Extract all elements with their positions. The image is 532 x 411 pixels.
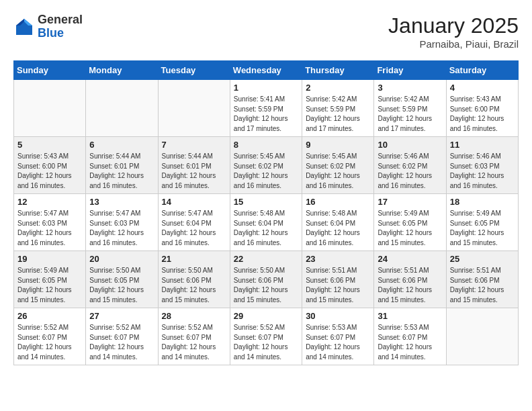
day-number: 4 bbox=[450, 83, 515, 93]
day-info: Sunrise: 5:43 AM Sunset: 6:00 PM Dayligh… bbox=[17, 152, 82, 191]
day-info: Sunrise: 5:53 AM Sunset: 6:07 PM Dayligh… bbox=[378, 323, 442, 362]
calendar-cell: 26Sunrise: 5:52 AM Sunset: 6:07 PM Dayli… bbox=[14, 308, 86, 365]
calendar-cell bbox=[446, 308, 518, 365]
day-info: Sunrise: 5:52 AM Sunset: 6:07 PM Dayligh… bbox=[234, 323, 298, 362]
day-number: 22 bbox=[234, 254, 298, 264]
day-info: Sunrise: 5:45 AM Sunset: 6:02 PM Dayligh… bbox=[306, 152, 370, 191]
day-info: Sunrise: 5:42 AM Sunset: 5:59 PM Dayligh… bbox=[306, 95, 370, 134]
day-number: 25 bbox=[450, 254, 515, 264]
calendar-cell: 13Sunrise: 5:47 AM Sunset: 6:03 PM Dayli… bbox=[86, 194, 158, 251]
calendar-cell bbox=[14, 80, 86, 137]
day-info: Sunrise: 5:50 AM Sunset: 6:05 PM Dayligh… bbox=[89, 266, 154, 305]
day-info: Sunrise: 5:50 AM Sunset: 6:06 PM Dayligh… bbox=[234, 266, 298, 305]
weekday-header-monday: Monday bbox=[86, 61, 158, 80]
calendar-cell: 19Sunrise: 5:49 AM Sunset: 6:05 PM Dayli… bbox=[14, 251, 86, 308]
week-row-3: 19Sunrise: 5:49 AM Sunset: 6:05 PM Dayli… bbox=[14, 251, 519, 308]
calendar-cell: 6Sunrise: 5:44 AM Sunset: 6:01 PM Daylig… bbox=[86, 137, 158, 194]
calendar-cell: 9Sunrise: 5:45 AM Sunset: 6:02 PM Daylig… bbox=[302, 137, 374, 194]
day-info: Sunrise: 5:50 AM Sunset: 6:06 PM Dayligh… bbox=[162, 266, 226, 305]
calendar-cell: 28Sunrise: 5:52 AM Sunset: 6:07 PM Dayli… bbox=[158, 308, 230, 365]
calendar-cell: 4Sunrise: 5:43 AM Sunset: 6:00 PM Daylig… bbox=[446, 80, 518, 137]
calendar-cell: 21Sunrise: 5:50 AM Sunset: 6:06 PM Dayli… bbox=[158, 251, 230, 308]
day-info: Sunrise: 5:48 AM Sunset: 6:04 PM Dayligh… bbox=[234, 209, 298, 248]
weekday-row: SundayMondayTuesdayWednesdayThursdayFrid… bbox=[14, 61, 519, 80]
calendar-cell: 29Sunrise: 5:52 AM Sunset: 6:07 PM Dayli… bbox=[230, 308, 302, 365]
calendar-cell: 8Sunrise: 5:45 AM Sunset: 6:02 PM Daylig… bbox=[230, 137, 302, 194]
day-number: 6 bbox=[89, 140, 154, 150]
calendar-cell: 17Sunrise: 5:49 AM Sunset: 6:05 PM Dayli… bbox=[374, 194, 446, 251]
day-info: Sunrise: 5:46 AM Sunset: 6:03 PM Dayligh… bbox=[450, 152, 515, 191]
day-info: Sunrise: 5:47 AM Sunset: 6:04 PM Dayligh… bbox=[162, 209, 226, 248]
week-row-1: 5Sunrise: 5:43 AM Sunset: 6:00 PM Daylig… bbox=[14, 137, 519, 194]
location: Parnaiba, Piaui, Brazil bbox=[388, 38, 519, 50]
calendar-cell: 27Sunrise: 5:52 AM Sunset: 6:07 PM Dayli… bbox=[86, 308, 158, 365]
day-number: 26 bbox=[17, 311, 82, 321]
logo: General Blue bbox=[13, 13, 83, 40]
day-info: Sunrise: 5:43 AM Sunset: 6:00 PM Dayligh… bbox=[450, 95, 515, 134]
weekday-header-wednesday: Wednesday bbox=[230, 61, 302, 80]
logo-blue: Blue bbox=[38, 27, 83, 40]
day-number: 5 bbox=[17, 140, 82, 150]
day-info: Sunrise: 5:49 AM Sunset: 6:05 PM Dayligh… bbox=[17, 266, 82, 305]
page-header: General Blue January 2025 Parnaiba, Piau… bbox=[13, 13, 519, 50]
day-info: Sunrise: 5:52 AM Sunset: 6:07 PM Dayligh… bbox=[17, 323, 82, 362]
calendar-body: 1Sunrise: 5:41 AM Sunset: 5:59 PM Daylig… bbox=[14, 80, 519, 365]
calendar-cell: 24Sunrise: 5:51 AM Sunset: 6:06 PM Dayli… bbox=[374, 251, 446, 308]
day-number: 28 bbox=[162, 311, 226, 321]
day-number: 1 bbox=[234, 83, 298, 93]
day-info: Sunrise: 5:49 AM Sunset: 6:05 PM Dayligh… bbox=[450, 209, 515, 248]
day-number: 30 bbox=[306, 311, 370, 321]
weekday-header-friday: Friday bbox=[374, 61, 446, 80]
logo-text: General Blue bbox=[38, 13, 83, 40]
week-row-0: 1Sunrise: 5:41 AM Sunset: 5:59 PM Daylig… bbox=[14, 80, 519, 137]
day-info: Sunrise: 5:42 AM Sunset: 5:59 PM Dayligh… bbox=[378, 95, 442, 134]
calendar-cell: 31Sunrise: 5:53 AM Sunset: 6:07 PM Dayli… bbox=[374, 308, 446, 365]
day-number: 13 bbox=[89, 197, 154, 207]
day-info: Sunrise: 5:48 AM Sunset: 6:04 PM Dayligh… bbox=[306, 209, 370, 248]
day-number: 9 bbox=[306, 140, 370, 150]
calendar-cell bbox=[86, 80, 158, 137]
calendar-cell: 18Sunrise: 5:49 AM Sunset: 6:05 PM Dayli… bbox=[446, 194, 518, 251]
week-row-2: 12Sunrise: 5:47 AM Sunset: 6:03 PM Dayli… bbox=[14, 194, 519, 251]
calendar-cell: 22Sunrise: 5:50 AM Sunset: 6:06 PM Dayli… bbox=[230, 251, 302, 308]
day-info: Sunrise: 5:51 AM Sunset: 6:06 PM Dayligh… bbox=[450, 266, 515, 305]
day-info: Sunrise: 5:51 AM Sunset: 6:06 PM Dayligh… bbox=[306, 266, 370, 305]
day-info: Sunrise: 5:47 AM Sunset: 6:03 PM Dayligh… bbox=[17, 209, 82, 248]
week-row-4: 26Sunrise: 5:52 AM Sunset: 6:07 PM Dayli… bbox=[14, 308, 519, 365]
calendar-cell bbox=[158, 80, 230, 137]
calendar-cell: 16Sunrise: 5:48 AM Sunset: 6:04 PM Dayli… bbox=[302, 194, 374, 251]
day-info: Sunrise: 5:52 AM Sunset: 6:07 PM Dayligh… bbox=[162, 323, 226, 362]
day-number: 14 bbox=[162, 197, 226, 207]
calendar-cell: 12Sunrise: 5:47 AM Sunset: 6:03 PM Dayli… bbox=[14, 194, 86, 251]
day-number: 8 bbox=[234, 140, 298, 150]
day-number: 3 bbox=[378, 83, 442, 93]
calendar-cell: 7Sunrise: 5:44 AM Sunset: 6:01 PM Daylig… bbox=[158, 137, 230, 194]
weekday-header-tuesday: Tuesday bbox=[158, 61, 230, 80]
day-info: Sunrise: 5:51 AM Sunset: 6:06 PM Dayligh… bbox=[378, 266, 442, 305]
day-number: 17 bbox=[378, 197, 442, 207]
weekday-header-sunday: Sunday bbox=[14, 61, 86, 80]
day-number: 23 bbox=[306, 254, 370, 264]
logo-icon bbox=[13, 16, 35, 38]
day-info: Sunrise: 5:46 AM Sunset: 6:02 PM Dayligh… bbox=[378, 152, 442, 191]
calendar-cell: 20Sunrise: 5:50 AM Sunset: 6:05 PM Dayli… bbox=[86, 251, 158, 308]
day-number: 31 bbox=[378, 311, 442, 321]
day-number: 21 bbox=[162, 254, 226, 264]
day-number: 7 bbox=[162, 140, 226, 150]
day-info: Sunrise: 5:47 AM Sunset: 6:03 PM Dayligh… bbox=[89, 209, 154, 248]
day-number: 12 bbox=[17, 197, 82, 207]
month-title: January 2025 bbox=[388, 13, 519, 38]
calendar-cell: 30Sunrise: 5:53 AM Sunset: 6:07 PM Dayli… bbox=[302, 308, 374, 365]
day-info: Sunrise: 5:45 AM Sunset: 6:02 PM Dayligh… bbox=[234, 152, 298, 191]
calendar-cell: 14Sunrise: 5:47 AM Sunset: 6:04 PM Dayli… bbox=[158, 194, 230, 251]
day-info: Sunrise: 5:49 AM Sunset: 6:05 PM Dayligh… bbox=[378, 209, 442, 248]
day-info: Sunrise: 5:41 AM Sunset: 5:59 PM Dayligh… bbox=[234, 95, 298, 134]
title-section: January 2025 Parnaiba, Piaui, Brazil bbox=[388, 13, 519, 50]
weekday-header-saturday: Saturday bbox=[446, 61, 518, 80]
calendar-cell: 23Sunrise: 5:51 AM Sunset: 6:06 PM Dayli… bbox=[302, 251, 374, 308]
calendar-cell: 5Sunrise: 5:43 AM Sunset: 6:00 PM Daylig… bbox=[14, 137, 86, 194]
calendar-cell: 3Sunrise: 5:42 AM Sunset: 5:59 PM Daylig… bbox=[374, 80, 446, 137]
day-info: Sunrise: 5:44 AM Sunset: 6:01 PM Dayligh… bbox=[89, 152, 154, 191]
calendar-cell: 15Sunrise: 5:48 AM Sunset: 6:04 PM Dayli… bbox=[230, 194, 302, 251]
calendar-cell: 10Sunrise: 5:46 AM Sunset: 6:02 PM Dayli… bbox=[374, 137, 446, 194]
